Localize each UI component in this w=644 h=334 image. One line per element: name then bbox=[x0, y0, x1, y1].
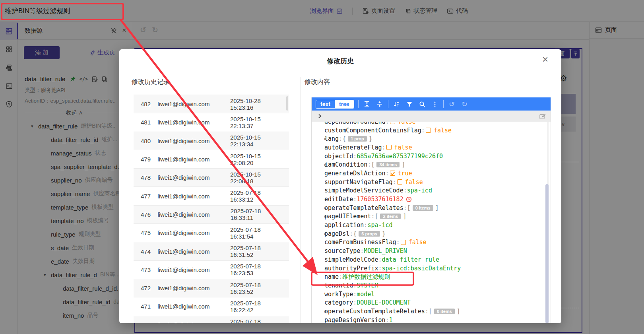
history-row[interactable]: 476liwei1@digiwin.com2025-07-18 16:33:11 bbox=[134, 206, 289, 224]
json-row[interactable]: ▶pageUIElement : [2 items] bbox=[312, 212, 551, 221]
history-row[interactable]: 471liwei1@digiwin.com2025-07-18 16:22:42 bbox=[134, 297, 289, 316]
close-icon[interactable]: × bbox=[542, 54, 548, 64]
history-row[interactable]: 470liwei1@digiwin.com2025-07-18 16:22:40 bbox=[134, 316, 289, 323]
search-icon[interactable] bbox=[418, 100, 427, 109]
json-key: lang bbox=[324, 135, 339, 142]
undo-icon[interactable]: ↺ bbox=[448, 100, 456, 109]
json-key: pageDesignVersion bbox=[324, 317, 386, 323]
divider bbox=[388, 100, 388, 108]
filter-icon[interactable] bbox=[405, 100, 414, 109]
json-row[interactable]: sourceType : MODEL_DRIVEN bbox=[312, 247, 551, 255]
json-row[interactable]: simpleModelServiceCode : spa-icd bbox=[312, 186, 551, 195]
chevron-right-icon[interactable]: ▶ bbox=[312, 137, 324, 141]
history-row[interactable]: 474liwei1@digiwin.com2025-07-18 16:31:52 bbox=[134, 242, 289, 260]
history-version: 479 bbox=[134, 156, 157, 163]
history-user: liwei1@digiwin.com bbox=[157, 138, 230, 144]
json-row[interactable]: simpleModelCode : data_filter_rule bbox=[312, 255, 551, 264]
json-value: spa-icd bbox=[367, 221, 392, 229]
json-row[interactable]: ▶iamCondition : [34 items] bbox=[312, 160, 551, 169]
divider bbox=[300, 77, 301, 323]
history-row[interactable]: 478liwei1@digiwin.com2025-10-15 22:08:18 bbox=[134, 169, 289, 187]
checkbox-icon[interactable] bbox=[390, 122, 395, 124]
history-row[interactable]: 475liwei1@digiwin.com2025-07-18 16:31:54 bbox=[134, 224, 289, 242]
history-version: 478 bbox=[134, 174, 157, 181]
chevron-right-icon[interactable]: ▶ bbox=[312, 214, 324, 218]
json-key: pageUIElement bbox=[324, 213, 371, 220]
json-row[interactable]: dependOnGroundEnd : false bbox=[312, 122, 551, 126]
json-row[interactable]: autoGenerateFlag : false bbox=[312, 143, 551, 152]
json-row[interactable]: ▶pageDsl : {6 props} bbox=[312, 229, 551, 238]
history-user: liwei1@digiwin.com bbox=[157, 211, 230, 218]
json-key: name bbox=[324, 273, 339, 280]
chevron-right-icon[interactable]: ▶ bbox=[312, 206, 324, 210]
json-row[interactable]: workType : model bbox=[312, 290, 551, 299]
json-key: customComponentContainsFlag bbox=[324, 127, 421, 134]
json-row[interactable]: ▶operateTemplateRelates : [0 items] bbox=[312, 204, 551, 212]
history-time: 2025-07-18 16:22:40 bbox=[230, 318, 289, 323]
chevron-right-icon[interactable] bbox=[316, 113, 323, 119]
chevron-right-icon[interactable]: ▶ bbox=[312, 232, 324, 236]
json-key: simpleModelCode bbox=[324, 256, 378, 263]
checkbox-icon[interactable] bbox=[397, 179, 402, 184]
history-row[interactable]: 482liwei1@digiwin.com2025-10-28 15:23:16 bbox=[134, 95, 289, 113]
edit-icon[interactable] bbox=[539, 113, 546, 120]
json-row[interactable]: name : 维护数据过滤规则 bbox=[312, 272, 551, 281]
json-rows: dependOnGroundEnd : falsecustomComponent… bbox=[312, 122, 551, 323]
json-row[interactable]: category : DOUBLE-DOCUMENT bbox=[312, 298, 551, 307]
json-row[interactable]: ▶lang : {1 prop} bbox=[312, 134, 551, 143]
chevron-right-icon[interactable]: ▶ bbox=[312, 163, 324, 167]
json-row[interactable]: generateDslAction : true bbox=[312, 169, 551, 178]
modal-title: 修改历史 bbox=[119, 56, 561, 66]
json-value: SYSTEM bbox=[357, 282, 378, 289]
more-icon[interactable] bbox=[431, 100, 439, 109]
collapse-all-icon[interactable] bbox=[375, 100, 384, 109]
json-value: spa-icd bbox=[407, 187, 432, 194]
chevron-right-icon[interactable]: ▶ bbox=[312, 309, 324, 313]
history-row[interactable]: 477liwei1@digiwin.com2025-07-18 16:33:12 bbox=[134, 187, 289, 205]
checkbox-icon[interactable] bbox=[386, 145, 392, 150]
json-value: false bbox=[409, 239, 427, 246]
expand-all-icon[interactable] bbox=[363, 100, 371, 109]
json-row[interactable]: customComponentContainsFlag : false bbox=[312, 126, 551, 135]
history-row[interactable]: 479liwei1@digiwin.com2025-10-15 22:08:20 bbox=[134, 150, 289, 169]
json-row[interactable]: application : spa-icd bbox=[312, 221, 551, 229]
history-user: liwei1@digiwin.com bbox=[157, 285, 230, 291]
scrollbar-thumb[interactable] bbox=[545, 184, 549, 323]
json-row[interactable]: ▶operateCustomTemplateRelates : [0 items… bbox=[312, 307, 551, 316]
json-value: false bbox=[394, 144, 412, 151]
json-value: MODEL_DRIVEN bbox=[364, 247, 407, 254]
history-row[interactable]: 480liwei1@digiwin.com2025-10-15 22:13:34 bbox=[134, 132, 289, 150]
history-row[interactable]: 473liwei1@digiwin.com2025-07-18 16:23:53 bbox=[134, 261, 289, 279]
app-root: 维护BIN等级过滤规则 浏览界面 页面设置 状态管理 代码 bbox=[0, 0, 644, 334]
mode-tree-button[interactable]: tree bbox=[335, 100, 354, 108]
history-version: 470 bbox=[134, 322, 157, 323]
history-time: 2025-07-18 16:23:52 bbox=[230, 282, 289, 295]
json-row[interactable]: pageDesignVersion : 1 bbox=[312, 316, 551, 323]
json-key: autoGenerateFlag bbox=[324, 144, 382, 151]
history-time: 2025-07-18 16:31:54 bbox=[230, 226, 289, 240]
json-key: generateDslAction bbox=[324, 170, 386, 177]
history-row[interactable]: 472liwei1@digiwin.com2025-07-18 16:23:52 bbox=[134, 279, 289, 297]
history-user: liwei1@digiwin.com bbox=[157, 119, 230, 126]
checkbox-icon[interactable] bbox=[390, 171, 395, 176]
json-value: 1760537616182 bbox=[357, 196, 403, 203]
json-key: dependOnGroundEnd bbox=[324, 122, 386, 125]
json-row[interactable]: objectId : 685a7636ae875377199c26f0 bbox=[312, 152, 551, 161]
checkbox-icon[interactable] bbox=[401, 240, 406, 245]
list-scrollbar[interactable] bbox=[286, 96, 288, 111]
mode-toggle: text tree bbox=[316, 100, 354, 109]
mode-text-button[interactable]: text bbox=[316, 100, 335, 108]
json-row[interactable]: supportNavigateFlag : false bbox=[312, 178, 551, 186]
redo-icon[interactable]: ↻ bbox=[460, 100, 469, 109]
history-row[interactable]: 481liwei1@digiwin.com2025-10-15 22:13:37 bbox=[134, 113, 289, 132]
history-version: 482 bbox=[134, 101, 157, 107]
json-row[interactable]: tenantId : SYSTEM bbox=[312, 281, 551, 290]
json-row[interactable]: editDate : 1760537616182 bbox=[312, 195, 551, 204]
history-version: 471 bbox=[134, 303, 157, 310]
history-version: 480 bbox=[134, 138, 157, 144]
sort-icon[interactable] bbox=[392, 100, 401, 109]
json-row[interactable]: authorityPrefix : spa-icd:basicDataEntry bbox=[312, 264, 551, 273]
checkbox-icon[interactable] bbox=[426, 128, 431, 133]
json-row[interactable]: comeFromBusinessFlag : false bbox=[312, 238, 551, 247]
json-value: 维护数据过滤规则 bbox=[342, 273, 390, 281]
